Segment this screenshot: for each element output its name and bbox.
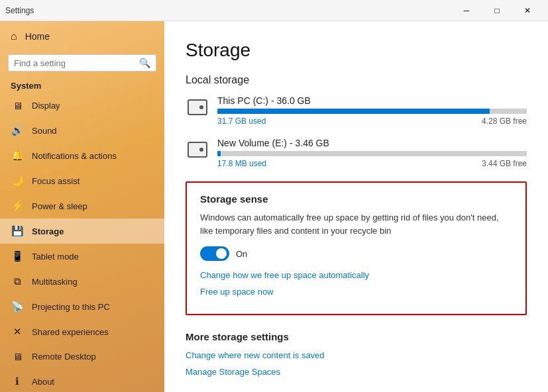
storage-sense-desc: Windows can automatically free up space … [200, 211, 512, 237]
sidebar-item-multitasking[interactable]: ⧉ Multitasking [0, 269, 164, 294]
app-body: ⌂ Home 🔍 System 🖥 Display 🔊 Sound 🔔 Noti… [0, 21, 548, 392]
sidebar-item-tablet[interactable]: 📱 Tablet mode [0, 244, 164, 269]
drive-c-bar [217, 109, 527, 114]
sidebar-item-shared[interactable]: ✕ Shared experiences [0, 319, 164, 344]
hdd-e-icon [188, 142, 207, 158]
drive-e-bar [217, 151, 527, 156]
sidebar-item-sound[interactable]: 🔊 Sound [0, 118, 164, 143]
drive-e-stats: 17.8 MB used 3.44 GB free [217, 159, 527, 168]
drive-c-name: This PC (C:) - 36.0 GB [217, 95, 527, 106]
sidebar-item-notifications[interactable]: 🔔 Notifications & actions [0, 143, 164, 168]
sidebar-item-projecting[interactable]: 📡 Projecting to this PC [0, 294, 164, 319]
title-bar: Settings ─ □ ✕ [0, 0, 548, 21]
sidebar-item-about[interactable]: ℹ About [0, 369, 164, 392]
local-storage-title: Local storage [186, 74, 527, 86]
drive-e-icon [186, 138, 209, 162]
home-icon: ⌂ [11, 30, 17, 42]
sidebar: ⌂ Home 🔍 System 🖥 Display 🔊 Sound 🔔 Noti… [0, 21, 164, 392]
remote-icon: 🖥 [11, 351, 24, 362]
sidebar-item-label: Sound [32, 126, 57, 136]
search-icon: 🔍 [139, 58, 150, 68]
sidebar-item-label: Multitasking [32, 277, 78, 287]
drive-c-item: This PC (C:) - 36.0 GB 31.7 GB used 4.28… [186, 95, 527, 126]
sidebar-item-remote[interactable]: 🖥 Remote Desktop [0, 344, 164, 369]
storage-icon: 💾 [11, 225, 24, 237]
sidebar-item-power[interactable]: ⚡ Power & sleep [0, 193, 164, 219]
drive-e-free: 3.44 GB free [482, 159, 527, 168]
toggle-row: On [200, 246, 512, 261]
search-input[interactable] [14, 58, 139, 68]
sidebar-section-header: System [0, 77, 164, 93]
power-icon: ⚡ [11, 200, 24, 212]
drive-e-name: New Volume (E:) - 3.46 GB [217, 138, 527, 148]
drive-c-stats: 31.7 GB used 4.28 GB free [217, 117, 527, 126]
title-bar-controls: ─ □ ✕ [451, 0, 543, 21]
maximize-button[interactable]: □ [482, 0, 512, 21]
drive-e-details: New Volume (E:) - 3.46 GB 17.8 MB used 3… [217, 138, 527, 168]
page-title: Storage [186, 40, 527, 61]
drive-c-fill [217, 109, 490, 114]
sidebar-item-label: Tablet mode [32, 252, 79, 262]
toggle-label: On [236, 249, 247, 259]
minimize-button[interactable]: ─ [451, 0, 482, 21]
sidebar-item-storage[interactable]: 💾 Storage [0, 219, 164, 244]
storage-sense-toggle[interactable] [200, 246, 229, 261]
sidebar-item-label: Shared experiences [32, 327, 109, 337]
drive-c-free: 4.28 GB free [482, 117, 527, 126]
sidebar-item-label: Projecting to this PC [32, 302, 110, 312]
sidebar-item-label: Display [32, 101, 60, 111]
sidebar-item-display[interactable]: 🖥 Display [0, 93, 164, 118]
projecting-icon: 📡 [11, 301, 24, 313]
main-content: Storage Local storage This PC (C:) - 36.… [164, 21, 548, 392]
storage-sense-title: Storage sense [200, 193, 512, 205]
drive-c-icon [186, 95, 209, 119]
change-where-link[interactable]: Change where new content is saved [186, 350, 527, 360]
free-up-space-link[interactable]: Free up space now [200, 287, 512, 297]
storage-sense-box: Storage sense Windows can automatically … [186, 181, 527, 315]
display-icon: 🖥 [11, 100, 24, 111]
drive-c-details: This PC (C:) - 36.0 GB 31.7 GB used 4.28… [217, 95, 527, 126]
sidebar-item-label: Focus assist [32, 176, 80, 186]
focus-icon: 🌙 [11, 175, 24, 187]
sidebar-item-focus[interactable]: 🌙 Focus assist [0, 168, 164, 193]
more-storage-title: More storage settings [186, 331, 527, 342]
tablet-icon: 📱 [11, 250, 24, 262]
about-icon: ℹ [11, 375, 24, 387]
sidebar-item-label: Notifications & actions [32, 151, 117, 161]
home-label: Home [25, 31, 50, 42]
close-button[interactable]: ✕ [512, 0, 543, 21]
notifications-icon: 🔔 [11, 150, 24, 162]
hdd-icon [188, 99, 207, 115]
title-bar-text: Settings [5, 6, 451, 15]
sidebar-search-box[interactable]: 🔍 [8, 54, 156, 72]
drive-e-used: 17.8 MB used [217, 159, 266, 168]
sidebar-item-label: About [32, 377, 54, 387]
drive-c-used: 31.7 GB used [217, 117, 266, 126]
sidebar-item-label: Remote Desktop [32, 352, 96, 362]
change-how-link[interactable]: Change how we free up space automaticall… [200, 270, 512, 280]
sound-icon: 🔊 [11, 124, 24, 136]
manage-storage-link[interactable]: Manage Storage Spaces [186, 367, 527, 377]
sidebar-item-label: Storage [32, 226, 64, 236]
sidebar-item-home[interactable]: ⌂ Home [0, 21, 164, 52]
multitasking-icon: ⧉ [11, 275, 24, 287]
sidebar-item-label: Power & sleep [32, 201, 87, 211]
shared-icon: ✕ [11, 326, 24, 338]
drive-e-item: New Volume (E:) - 3.46 GB 17.8 MB used 3… [186, 138, 527, 168]
drive-e-fill [217, 151, 221, 156]
